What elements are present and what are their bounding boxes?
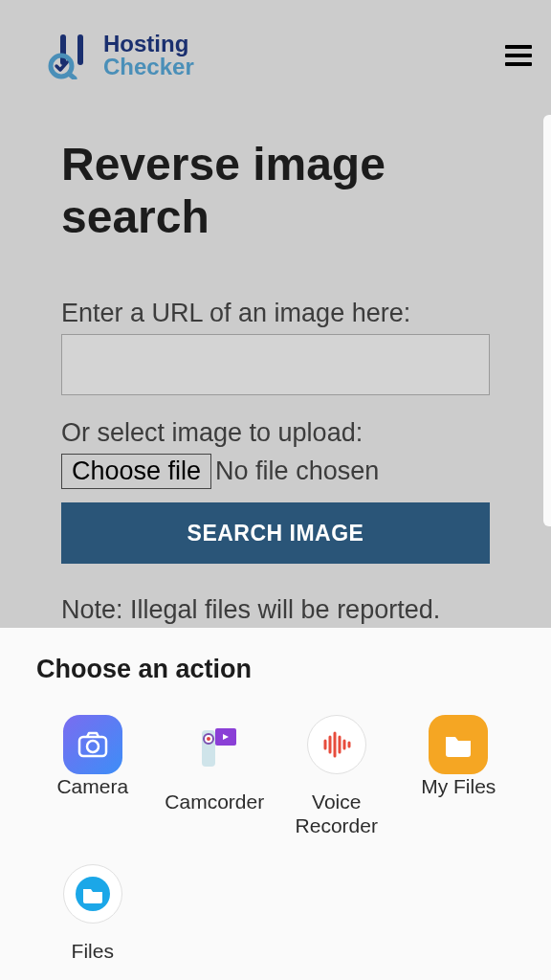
action-sheet: Choose an action Camera <box>0 628 551 980</box>
camcorder-icon <box>185 715 244 774</box>
search-image-button[interactable]: SEARCH IMAGE <box>61 502 490 564</box>
sheet-title: Choose an action <box>36 655 515 684</box>
voice-recorder-icon <box>307 715 366 774</box>
page-content: Reverse image search Enter a URL of an i… <box>0 111 551 698</box>
action-label: Voice Recorder <box>280 790 393 837</box>
action-voice-recorder[interactable]: Voice Recorder <box>280 715 393 837</box>
app-header: Hosting Checker <box>0 0 551 111</box>
logo-icon <box>48 32 96 79</box>
page-title: Reverse image search <box>61 138 490 243</box>
scroll-indicator <box>543 115 551 526</box>
action-label: Camera <box>56 774 128 798</box>
my-files-icon <box>429 715 488 774</box>
file-status: No file chosen <box>215 457 379 486</box>
url-input[interactable] <box>61 334 490 395</box>
action-grid: Camera Camcorder <box>36 715 515 964</box>
camera-icon <box>63 715 122 774</box>
note-line-1: Note: Illegal files will be reported. <box>61 592 490 627</box>
action-label: Camcorder <box>165 790 264 813</box>
action-camcorder[interactable]: Camcorder <box>159 715 272 837</box>
hamburger-menu-icon[interactable] <box>505 45 532 66</box>
action-label: Files <box>72 939 114 963</box>
logo-text-bottom: Checker <box>103 56 194 78</box>
files-icon <box>63 864 122 924</box>
file-row: Choose file No file chosen <box>61 454 490 489</box>
logo[interactable]: Hosting Checker <box>48 32 194 79</box>
upload-label: Or select image to upload: <box>61 418 490 448</box>
svg-point-2 <box>87 741 99 752</box>
action-my-files[interactable]: My Files <box>403 715 516 837</box>
logo-text-top: Hosting <box>103 33 194 56</box>
svg-point-5 <box>207 737 210 741</box>
action-files[interactable]: Files <box>36 864 149 963</box>
logo-text: Hosting Checker <box>103 33 194 78</box>
choose-file-button[interactable]: Choose file <box>61 454 211 489</box>
action-camera[interactable]: Camera <box>36 715 149 837</box>
action-label: My Files <box>421 774 496 798</box>
url-input-label: Enter a URL of an image here: <box>61 299 490 328</box>
